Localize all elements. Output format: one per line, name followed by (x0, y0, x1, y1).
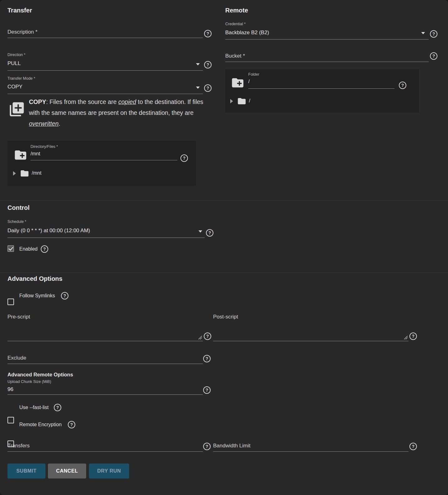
add-folder-icon[interactable] (231, 76, 245, 90)
expand-arrow-icon[interactable] (13, 171, 16, 176)
follow-symlinks-label[interactable]: Follow Symlinks (19, 293, 55, 299)
resize-handle-icon[interactable] (197, 335, 202, 340)
directory-files-underline (30, 160, 177, 160)
upload-chunk-size-label: Upload Chunk Size (MiB) (7, 380, 51, 384)
schedule-value: Daily (0 0 * * *) at 00:00 (12:00 AM) (7, 228, 90, 234)
tree-item-label: / (249, 98, 250, 104)
bucket-input[interactable]: Bucket * (225, 52, 429, 62)
transfer-mode-value: COPY (7, 84, 22, 90)
copy-term: COPY (29, 98, 46, 105)
copy-mode-description: COPY: Files from the source are copied t… (29, 97, 213, 129)
pre-script-textarea[interactable]: Pre-script (7, 312, 203, 341)
chevron-down-icon (421, 32, 425, 34)
transfers-label: Transfers (7, 443, 30, 449)
credential-select[interactable]: Backblaze B2 (B2) (225, 28, 429, 40)
transfers-help-icon[interactable] (203, 443, 211, 450)
directory-files-input[interactable]: /mnt (30, 151, 40, 157)
control-section-title: Control (7, 204, 30, 211)
submit-button[interactable]: SUBMIT (7, 464, 45, 478)
description-label: Description * (7, 29, 37, 35)
tree-row-root[interactable]: / (230, 96, 408, 106)
post-script-textarea[interactable]: Post-script (213, 312, 408, 341)
enabled-help-icon[interactable] (41, 245, 48, 253)
pre-script-label: Pre-script (7, 314, 30, 320)
bucket-help-icon[interactable] (430, 52, 437, 60)
credential-label: Credential * (225, 22, 245, 26)
advanced-remote-options-title: Advanced Remote Options (7, 372, 73, 378)
tree-item-label: /mnt (32, 170, 41, 176)
fast-list-help-icon[interactable] (54, 404, 61, 411)
upload-chunk-size-help-icon[interactable] (203, 386, 211, 394)
direction-help-icon[interactable] (204, 61, 212, 68)
folder-panel: Folder / / (225, 69, 419, 113)
follow-symlinks-checkbox[interactable] (7, 299, 14, 305)
fast-list-checkbox[interactable] (7, 417, 14, 423)
remote-section-title: Remote (225, 7, 248, 14)
transfers-input[interactable]: Transfers (7, 442, 203, 452)
fast-list-label[interactable]: Use --fast-list (19, 405, 49, 410)
exclude-input[interactable]: Exclude (7, 354, 203, 364)
upload-chunk-size-value: 96 (7, 386, 13, 393)
enabled-label[interactable]: Enabled (19, 246, 38, 252)
folder-icon (20, 169, 29, 178)
description-help-icon[interactable] (204, 30, 212, 37)
cloud-sync-form: Transfer Description * Direction * PULL … (0, 0, 448, 495)
copy-em-2: overwritten (29, 120, 58, 127)
remote-encryption-label[interactable]: Remote Encryption (19, 422, 62, 427)
directory-files-help-icon[interactable] (180, 154, 188, 162)
copy-text-1: : Files from the source are (46, 98, 118, 105)
transfer-mode-select[interactable]: COPY (7, 82, 203, 94)
folder-help-icon[interactable] (399, 82, 406, 89)
remote-encryption-help-icon[interactable] (68, 421, 75, 428)
directory-files-panel: Directory/Files * /mnt /mnt (7, 141, 196, 186)
dry-run-button[interactable]: DRY RUN (89, 464, 129, 478)
resize-handle-icon[interactable] (403, 335, 408, 340)
folder-icon (237, 97, 246, 106)
direction-value: PULL (7, 60, 21, 67)
bandwidth-limit-help-icon[interactable] (409, 443, 417, 450)
direction-label: Direction * (7, 53, 26, 57)
folder-input[interactable]: / (248, 79, 250, 84)
exclude-label: Exclude (7, 355, 26, 361)
chevron-down-icon (196, 63, 200, 65)
exclude-help-icon[interactable] (203, 355, 211, 362)
bucket-label: Bucket * (225, 53, 245, 59)
schedule-label: Schedule * (7, 219, 26, 224)
section-divider (0, 200, 448, 200)
bandwidth-limit-label: Bandwidth Limit (213, 443, 250, 449)
section-divider (0, 272, 448, 273)
enabled-checkbox[interactable] (7, 245, 14, 252)
schedule-help-icon[interactable] (206, 229, 213, 237)
copy-em-1: copied (118, 98, 136, 105)
folder-label: Folder (248, 72, 259, 77)
post-script-label: Post-script (213, 314, 238, 320)
copy-text-3: . (58, 120, 60, 127)
cancel-button[interactable]: CANCEL (48, 464, 86, 478)
direction-select[interactable]: PULL (7, 59, 203, 71)
follow-symlinks-help-icon[interactable] (61, 292, 68, 299)
add-folder-icon[interactable] (14, 148, 27, 162)
chevron-down-icon (196, 87, 200, 89)
post-script-help-icon[interactable] (409, 332, 417, 340)
schedule-select[interactable]: Daily (0 0 * * *) at 00:00 (12:00 AM) (7, 226, 205, 238)
transfer-section-title: Transfer (7, 7, 32, 14)
folder-underline (248, 88, 394, 89)
description-input[interactable]: Description * (7, 27, 203, 38)
upload-chunk-size-input[interactable]: 96 (7, 385, 203, 395)
copy-files-icon (8, 101, 25, 118)
expand-arrow-icon[interactable] (230, 99, 233, 103)
advanced-options-title: Advanced Options (7, 275, 63, 282)
directory-files-label: Directory/Files * (30, 144, 58, 149)
pre-script-help-icon[interactable] (204, 332, 211, 340)
tree-row-mnt[interactable]: /mnt (13, 168, 187, 179)
transfer-mode-label: Transfer Mode * (7, 76, 35, 81)
bandwidth-limit-input[interactable]: Bandwidth Limit (213, 442, 408, 452)
transfer-mode-help-icon[interactable] (204, 84, 212, 92)
credential-help-icon[interactable] (430, 30, 437, 38)
chevron-down-icon (198, 230, 202, 233)
credential-value: Backblaze B2 (B2) (225, 30, 269, 36)
